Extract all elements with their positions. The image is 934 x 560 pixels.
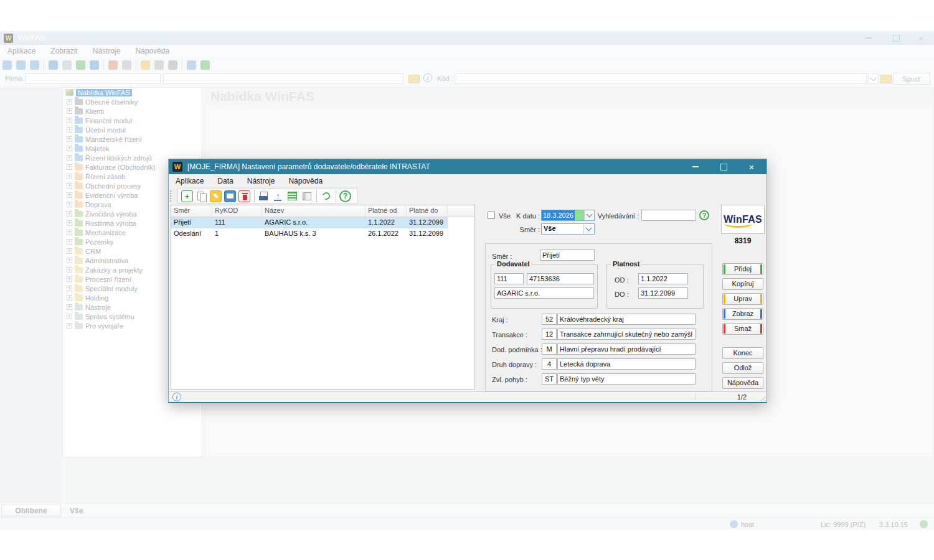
remove-icon[interactable] [154, 60, 164, 70]
table-row[interactable]: Přijetí 111 AGARIC s.r.o. 1.1.2022 31.12… [171, 217, 474, 228]
odloz-button[interactable]: Odlož [722, 362, 763, 374]
dialog-maximize-button[interactable] [714, 159, 734, 174]
tab-vse[interactable]: Vše [70, 506, 83, 515]
dod-podminka-code-input[interactable]: M [542, 343, 557, 355]
expand-icon[interactable]: + [67, 192, 72, 198]
firma-code-input[interactable] [25, 73, 161, 84]
smaz-button[interactable]: Smaž [722, 323, 763, 335]
druh-dopravy-text-input[interactable]: Letecká doprava [557, 358, 696, 370]
tree-item[interactable]: +Majetek [63, 144, 202, 153]
add-icon[interactable]: + [181, 190, 193, 202]
kraj-code-input[interactable]: 52 [542, 314, 557, 325]
tree-item[interactable]: +Finanční modul [63, 116, 202, 125]
tree-root-item[interactable]: Nabídka WinFAS [63, 88, 202, 97]
view-icon[interactable] [224, 190, 236, 202]
window-cascade-icon[interactable] [2, 60, 12, 70]
dialog-menu-napoveda[interactable]: Nápověda [281, 177, 329, 185]
dialog-menu-nastroje[interactable]: Nástroje [240, 177, 282, 185]
move-icon[interactable] [90, 60, 99, 70]
expand-icon[interactable]: + [67, 276, 72, 282]
smer-dropdown-arrow[interactable] [583, 225, 593, 233]
help-icon[interactable] [200, 60, 210, 70]
expand-icon[interactable]: + [67, 267, 72, 273]
refresh-icon[interactable] [76, 60, 85, 70]
expand-icon[interactable]: + [67, 230, 72, 235]
col-rykod[interactable]: RyKOD [212, 205, 262, 217]
druh-dopravy-code-input[interactable]: 4 [542, 358, 557, 370]
dialog-menu-data[interactable]: Data [210, 177, 240, 185]
expand-icon[interactable]: + [67, 304, 72, 310]
dialog-minimize-button[interactable] [686, 159, 705, 174]
resize-grip[interactable] [758, 394, 766, 401]
folder-open-icon[interactable] [408, 75, 420, 83]
edit-icon[interactable]: ✎ [210, 190, 222, 202]
columns-icon[interactable] [301, 190, 313, 202]
expand-icon[interactable]: + [67, 211, 72, 217]
main-minimize-button[interactable] [858, 31, 879, 45]
grid-icon[interactable] [122, 60, 131, 70]
dialog-titlebar[interactable]: W [MOJE_FIRMA] Nastavení parametrů dodav… [169, 159, 767, 174]
help-icon[interactable]: ? [339, 190, 351, 202]
info-icon[interactable]: i [423, 73, 432, 82]
dialog-close-button[interactable]: × [742, 159, 762, 174]
expand-icon[interactable]: + [67, 99, 72, 105]
napoveda-button[interactable]: Nápověda [722, 377, 763, 389]
dialog-menu-aplikace[interactable]: Aplikace [169, 177, 210, 185]
copy-icon[interactable] [196, 190, 207, 202]
main-maximize-button[interactable] [885, 31, 907, 45]
smer-filter-combo[interactable]: Vše [541, 223, 595, 235]
info-icon[interactable]: i [172, 393, 181, 401]
expand-icon[interactable]: + [67, 118, 72, 123]
pridej-button[interactable]: Přidej [722, 263, 763, 275]
main-menu-zobrazit[interactable]: Zobrazit [43, 47, 85, 55]
od-input[interactable]: 1.1.2022 [638, 273, 688, 284]
kod-input[interactable] [455, 73, 867, 84]
form-smer-input[interactable]: Přijetí [540, 250, 595, 261]
expand-icon[interactable]: + [67, 136, 72, 142]
table-row[interactable]: Odeslání 1 BAUHAUS k.s. 3 26.1.2022 31.1… [171, 228, 474, 240]
delete-icon[interactable] [238, 190, 250, 202]
vse-checkbox[interactable] [488, 212, 495, 219]
transakce-text-input[interactable]: Transakce zahrnující skutečný nebo zamýš… [557, 329, 696, 340]
uprav-button[interactable]: Uprav [722, 293, 763, 305]
print-icon[interactable] [258, 190, 270, 202]
settings-gear-icon[interactable] [168, 60, 177, 70]
main-menu-aplikace[interactable]: Aplikace [0, 47, 43, 55]
copy-page-icon[interactable] [62, 60, 72, 70]
back-arrow-icon[interactable] [49, 60, 58, 70]
dod-podminka-text-input[interactable]: Hlavní přepravu hradí prodávající [557, 343, 696, 355]
expand-icon[interactable]: + [67, 248, 72, 254]
kod-dropdown-arrow[interactable] [868, 73, 879, 84]
expand-icon[interactable]: + [67, 239, 72, 245]
col-platne-do[interactable]: Platné do [407, 205, 448, 217]
expand-icon[interactable]: + [67, 286, 72, 291]
search-help-icon[interactable]: ? [699, 210, 709, 220]
col-smer[interactable]: Směr [171, 205, 212, 217]
col-nazev[interactable]: Název [262, 205, 366, 217]
monitor-icon[interactable] [187, 60, 196, 70]
kopiruj-button[interactable]: Kopíruj [722, 278, 763, 290]
dodavatel-code-input[interactable]: 111 [494, 273, 524, 284]
export-icon[interactable]: ↑ [272, 190, 284, 202]
tree-item[interactable]: +Manažerské řízení [63, 134, 202, 144]
expand-icon[interactable]: + [67, 174, 72, 179]
expand-icon[interactable]: + [67, 220, 72, 226]
zvl-pohyb-text-input[interactable]: Běžný typ věty [557, 373, 696, 385]
expand-icon[interactable]: + [67, 295, 72, 301]
zvl-pohyb-code-input[interactable]: ST [542, 373, 557, 385]
expand-icon[interactable]: + [67, 164, 72, 170]
search-input[interactable] [641, 210, 696, 221]
zobraz-button[interactable]: Zobraz [722, 308, 763, 320]
firma-name-input[interactable] [163, 73, 403, 84]
window-panel-icon[interactable] [30, 60, 39, 70]
dodavatel-ico-input[interactable]: 47153636 [527, 273, 594, 284]
konec-button[interactable]: Konec [722, 347, 763, 359]
main-menu-napoveda[interactable]: Nápověda [128, 47, 177, 55]
clipboard-icon[interactable] [108, 60, 118, 70]
expand-icon[interactable]: + [67, 146, 72, 151]
tree-item[interactable]: +Obecné číselníky [63, 97, 202, 106]
expand-icon[interactable]: + [67, 127, 72, 133]
window-tile-icon[interactable] [16, 60, 26, 70]
expand-icon[interactable]: + [67, 183, 72, 189]
expand-icon[interactable]: + [67, 323, 72, 329]
